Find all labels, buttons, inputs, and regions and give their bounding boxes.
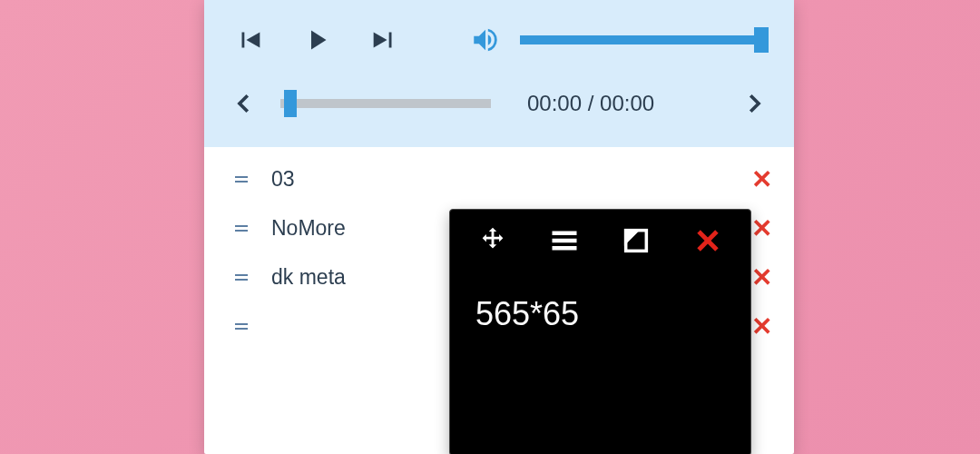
resize-icon[interactable] xyxy=(611,215,662,266)
list-item[interactable]: 03 ✕ xyxy=(204,154,794,203)
chevron-right-icon[interactable] xyxy=(738,82,770,125)
drag-handle-icon[interactable] xyxy=(235,323,271,330)
volume-icon[interactable] xyxy=(464,18,507,62)
controls-row-bottom: 00:00 / 00:00 xyxy=(228,78,770,129)
delete-track-icon[interactable]: ✕ xyxy=(749,213,774,243)
controls-row-top xyxy=(228,15,770,65)
delete-track-icon[interactable]: ✕ xyxy=(749,311,774,341)
volume-slider-handle[interactable] xyxy=(754,27,769,53)
calculator-display: 565*65 xyxy=(450,271,750,357)
volume-slider[interactable] xyxy=(520,35,767,44)
move-icon[interactable] xyxy=(467,215,518,266)
skip-previous-icon[interactable] xyxy=(228,18,271,62)
svg-rect-1 xyxy=(553,238,577,242)
drag-handle-icon[interactable] xyxy=(235,176,271,183)
menu-icon[interactable] xyxy=(539,215,590,266)
delete-track-icon[interactable]: ✕ xyxy=(749,262,774,292)
time-display: 00:00 / 00:00 xyxy=(527,91,654,116)
delete-track-icon[interactable]: ✕ xyxy=(749,164,774,194)
track-title: 03 xyxy=(271,167,749,192)
svg-rect-0 xyxy=(553,231,577,235)
overlay-toolbar xyxy=(450,210,750,271)
drag-handle-icon[interactable] xyxy=(235,225,271,232)
seek-slider[interactable] xyxy=(280,99,491,108)
svg-rect-2 xyxy=(553,246,577,251)
close-icon[interactable] xyxy=(682,215,733,266)
chevron-left-icon[interactable] xyxy=(228,82,260,125)
drag-handle-icon[interactable] xyxy=(235,274,271,281)
skip-next-icon[interactable] xyxy=(362,18,406,62)
seek-slider-handle[interactable] xyxy=(284,90,297,117)
calculator-overlay: 565*65 xyxy=(449,209,751,454)
play-icon[interactable] xyxy=(295,18,338,62)
player-controls: 00:00 / 00:00 xyxy=(204,0,794,147)
